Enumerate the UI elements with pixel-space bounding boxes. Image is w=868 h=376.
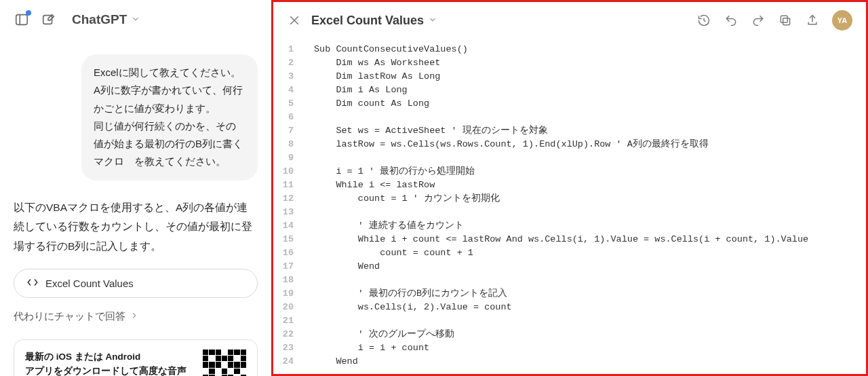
code-line: 6 — [273, 111, 866, 124]
code-line: 22 ' 次のグループへ移動 — [273, 328, 866, 341]
share-icon[interactable] — [805, 13, 820, 28]
code-line: 23 i = i + count — [273, 341, 866, 355]
chat-column: ChatGPT Excelに関して教えてください。 A列に数字が書かれていて、何… — [0, 0, 271, 376]
line-number: 20 — [273, 301, 304, 314]
new-chat-icon[interactable] — [41, 12, 57, 28]
line-content: lastRow = ws.Cells(ws.Rows.Count, 1).End… — [304, 138, 866, 151]
line-number: 14 — [273, 219, 304, 233]
line-number: 4 — [273, 83, 304, 97]
code-line: 16 count = count + 1 — [273, 246, 866, 260]
code-line: 4 Dim i As Long — [273, 83, 866, 97]
sidebar-toggle-icon[interactable] — [14, 12, 30, 28]
code-line: 21 — [273, 314, 866, 328]
line-content: While i + count <= lastRow And ws.Cells(… — [304, 233, 866, 246]
model-selector[interactable]: ChatGPT — [68, 10, 144, 30]
line-number: 15 — [273, 233, 304, 246]
code-line: 8 lastRow = ws.Cells(ws.Rows.Count, 1).E… — [273, 138, 866, 151]
line-content: i = 1 ' 最初の行から処理開始 — [304, 165, 866, 178]
panel-title[interactable]: Excel Count Values — [311, 14, 437, 28]
line-number: 23 — [273, 341, 304, 355]
line-content: Sub CountConsecutiveValues() — [304, 43, 866, 56]
code-line: 13 — [273, 206, 866, 219]
code-line: 18 — [273, 274, 866, 287]
code-panel: Excel Count Values YA 1Sub Cou — [271, 0, 868, 376]
line-content: ' 連続する値をカウント — [304, 219, 866, 233]
line-number: 8 — [273, 138, 304, 151]
code-editor[interactable]: 1Sub CountConsecutiveValues()2 Dim ws As… — [273, 39, 866, 374]
line-content: ws.Cells(i, 2).Value = count — [304, 301, 866, 314]
line-number: 13 — [273, 206, 304, 219]
line-content: While i <= lastRow — [304, 178, 866, 192]
line-content: Wend — [304, 355, 866, 369]
copy-icon[interactable] — [778, 13, 793, 28]
code-chip-label: Excel Count Values — [45, 278, 134, 289]
chevron-down-icon — [131, 12, 140, 27]
line-number: 19 — [273, 287, 304, 301]
line-number: 5 — [273, 97, 304, 111]
svg-rect-2 — [783, 18, 790, 25]
line-number: 6 — [273, 111, 304, 124]
panel-actions: YA — [696, 10, 852, 31]
code-line: 5 Dim count As Long — [273, 97, 866, 111]
code-panel-header: Excel Count Values YA — [273, 2, 866, 39]
svg-rect-0 — [16, 15, 28, 25]
code-line: 3 Dim lastRow As Long — [273, 70, 866, 83]
promo-text: 最新の iOS または Android アプリをダウンロードして高度な音声モード… — [25, 350, 191, 376]
qr-code — [203, 350, 246, 376]
code-line: 12 count = 1 ' カウントを初期化 — [273, 192, 866, 206]
avatar[interactable]: YA — [832, 10, 852, 31]
code-line: 11 While i <= lastRow — [273, 178, 866, 192]
close-icon[interactable] — [287, 13, 302, 28]
code-line: 15 While i + count <= lastRow And ws.Cel… — [273, 233, 866, 246]
line-content: count = count + 1 — [304, 246, 866, 260]
line-number: 1 — [273, 43, 304, 56]
history-icon[interactable] — [696, 13, 711, 28]
line-content: Dim count As Long — [304, 97, 866, 111]
model-name: ChatGPT — [72, 12, 127, 27]
line-number: 22 — [273, 328, 304, 341]
line-number: 17 — [273, 260, 304, 274]
line-content: ' 最初の行のB列にカウントを記入 — [304, 287, 866, 301]
line-content: Set ws = ActiveSheet ' 現在のシートを対象 — [304, 124, 866, 138]
svg-rect-3 — [781, 16, 787, 22]
panel-title-text: Excel Count Values — [311, 14, 424, 28]
line-content: Wend — [304, 260, 866, 274]
line-content — [304, 206, 866, 219]
line-number: 9 — [273, 151, 304, 165]
line-number: 18 — [273, 274, 304, 287]
line-number: 21 — [273, 314, 304, 328]
chevron-right-icon — [130, 311, 139, 322]
line-number: 12 — [273, 192, 304, 206]
line-number: 11 — [273, 178, 304, 192]
line-content: Dim lastRow As Long — [304, 70, 866, 83]
line-content — [304, 274, 866, 287]
assistant-message: 以下のVBAマクロを使用すると、A列の各値が連続している行数をカウントし、その値… — [14, 198, 258, 257]
line-content: count = 1 ' カウントを初期化 — [304, 192, 866, 206]
chat-header: ChatGPT — [14, 10, 258, 30]
line-number: 2 — [273, 56, 304, 70]
line-number: 3 — [273, 70, 304, 83]
redo-icon[interactable] — [751, 13, 766, 28]
code-line: 1Sub CountConsecutiveValues() — [273, 43, 866, 56]
code-line: 20 ws.Cells(i, 2).Value = count — [273, 301, 866, 314]
notification-dot — [26, 10, 31, 16]
reply-in-chat-link[interactable]: 代わりにチャットで回答 — [14, 310, 258, 323]
line-number: 16 — [273, 246, 304, 260]
code-line: 2 Dim ws As Worksheet — [273, 56, 866, 70]
line-content: Dim ws As Worksheet — [304, 56, 866, 70]
code-line: 24 Wend — [273, 355, 866, 369]
line-number: 7 — [273, 124, 304, 138]
code-chip[interactable]: Excel Count Values — [14, 269, 258, 298]
line-number: 24 — [273, 355, 304, 369]
code-line: 17 Wend — [273, 260, 866, 274]
code-line: 7 Set ws = ActiveSheet ' 現在のシートを対象 — [273, 124, 866, 138]
line-content: i = i + count — [304, 341, 866, 355]
code-line: 14 ' 連続する値をカウント — [273, 219, 866, 233]
line-number: 10 — [273, 165, 304, 178]
undo-icon[interactable] — [724, 13, 738, 28]
user-message: Excelに関して教えてください。 A列に数字が書かれていて、何行かごとに値が変… — [81, 54, 258, 181]
line-content — [304, 111, 866, 124]
chevron-down-icon — [428, 14, 437, 28]
app-promo-card: 最新の iOS または Android アプリをダウンロードして高度な音声モード… — [14, 339, 258, 376]
code-line: 10 i = 1 ' 最初の行から処理開始 — [273, 165, 866, 178]
